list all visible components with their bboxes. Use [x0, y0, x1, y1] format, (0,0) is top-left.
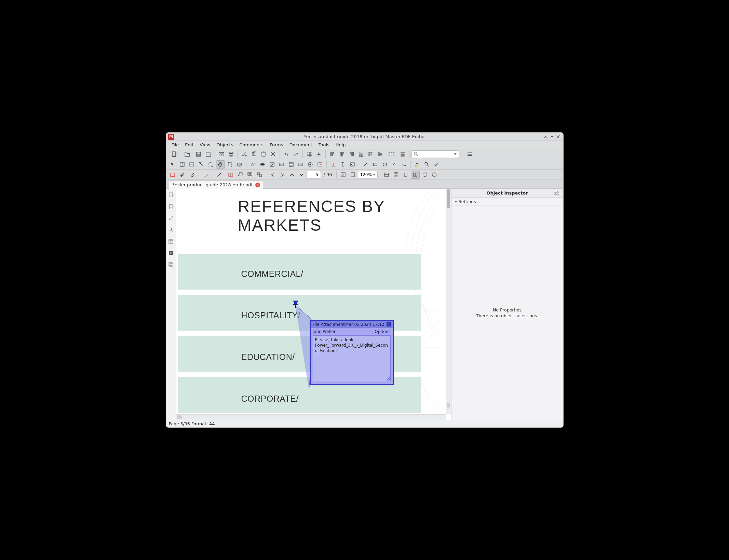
page-input[interactable]: 5 [307, 171, 321, 178]
annotation-options-link[interactable]: Options [375, 329, 390, 334]
combobox-tool[interactable] [296, 160, 305, 169]
signatures-panel-icon[interactable] [167, 250, 174, 256]
resize-handle-icon[interactable] [387, 377, 390, 381]
signature-tool[interactable] [315, 160, 324, 169]
close-icon[interactable] [555, 134, 561, 140]
annotation-popup-header[interactable]: File Attachment Mar 05 2024 17:12 [311, 321, 393, 328]
text-tool[interactable] [329, 160, 338, 169]
align-center-v-button[interactable] [376, 150, 384, 158]
pages-panel-icon[interactable] [167, 191, 174, 198]
menu-help[interactable]: Help [333, 142, 349, 148]
magnify-tool[interactable] [422, 160, 431, 169]
annotation-popup[interactable]: File Attachment Mar 05 2024 17:12 John W… [310, 320, 394, 385]
link-tool[interactable] [248, 160, 257, 169]
scroll-down-icon[interactable] [447, 403, 450, 408]
align-right-button[interactable] [347, 150, 356, 158]
open-doc-button[interactable] [181, 150, 193, 158]
rect-tool[interactable] [371, 160, 380, 169]
save-button[interactable] [194, 150, 203, 158]
first-page-button[interactable] [268, 171, 277, 179]
ink-tool[interactable] [200, 171, 213, 179]
highlighter-tool[interactable] [187, 171, 200, 179]
rotate-cw-button[interactable] [430, 171, 439, 179]
menu-file[interactable]: File [169, 142, 182, 148]
line-tool[interactable] [361, 160, 370, 169]
edit-text-tool[interactable] [178, 160, 187, 169]
check-tool[interactable] [432, 160, 441, 169]
note-tool[interactable] [168, 171, 177, 179]
vertical-scrollbar[interactable] [446, 189, 451, 414]
edit-vector-tool[interactable] [197, 160, 206, 169]
document-tab[interactable]: *ecler-product-guide-2018-en-hr.pdf × [169, 181, 264, 189]
menu-objects[interactable]: Objects [214, 142, 236, 148]
inspector-section-settings[interactable]: Settings [451, 198, 563, 206]
fit-width-button[interactable] [382, 171, 391, 179]
menu-view[interactable]: View [197, 142, 213, 148]
insert-image-tool[interactable] [348, 160, 357, 169]
scroll-thumb[interactable] [447, 189, 450, 208]
paste-button[interactable] [259, 150, 268, 158]
textfield-tool[interactable] [277, 160, 286, 169]
align-bottom-button[interactable] [356, 150, 365, 158]
menu-button[interactable] [463, 150, 476, 158]
attachment-tool[interactable] [178, 171, 187, 179]
grid-button[interactable] [305, 150, 314, 158]
layers-panel-icon[interactable] [167, 261, 174, 268]
minimize-icon[interactable] [543, 134, 549, 140]
redo-button[interactable] [292, 150, 300, 158]
hand-tool[interactable] [216, 160, 225, 169]
menu-forms[interactable]: Forms [267, 142, 286, 148]
annotation-body[interactable]: Please, take a look: Power_Forward_3.0_-… [313, 335, 391, 381]
insert-text-tool[interactable] [338, 160, 347, 169]
align-center-h-button[interactable] [337, 150, 346, 158]
bookmarks-panel-icon[interactable] [167, 203, 174, 210]
scroll-thumb-h[interactable] [177, 415, 182, 419]
fit-visible-button[interactable] [401, 171, 410, 179]
stamp-tool[interactable] [245, 171, 254, 179]
edit-forms-tool[interactable] [187, 160, 196, 169]
menu-comments[interactable]: Comments [237, 142, 266, 148]
highlight-tool[interactable] [413, 160, 422, 169]
cut-button[interactable] [240, 150, 249, 158]
fit-page-button[interactable] [348, 171, 357, 179]
prev-view-button[interactable] [287, 171, 296, 179]
document-viewport[interactable]: REFERENCES BY MARKETS COMMERCIAL/ HOSPIT… [176, 189, 451, 420]
horizontal-scrollbar[interactable] [176, 414, 446, 420]
textbox-tool[interactable] [226, 171, 235, 179]
copy-button[interactable] [249, 150, 258, 158]
next-page-button[interactable] [278, 171, 287, 179]
rotate-ccw-button[interactable] [420, 171, 429, 179]
select-tool[interactable] [168, 160, 177, 169]
zoom-actual-button[interactable] [339, 171, 348, 179]
next-view-button[interactable] [297, 171, 306, 179]
align-left-button[interactable] [328, 150, 337, 158]
menu-document[interactable]: Document [286, 142, 315, 148]
new-doc-button[interactable] [168, 150, 180, 158]
distribute-button[interactable] [385, 150, 397, 158]
save-as-button[interactable] [204, 150, 213, 158]
annotation-close-icon[interactable] [387, 322, 391, 326]
undo-button[interactable] [282, 150, 291, 158]
search-panel-icon[interactable] [167, 226, 174, 233]
arrow-tool[interactable] [213, 171, 226, 179]
single-page-button[interactable] [411, 171, 420, 179]
pencil-tool[interactable] [390, 160, 399, 169]
ellipse-tool[interactable] [380, 160, 389, 169]
snap-button[interactable] [314, 150, 323, 158]
checkbox-tool[interactable] [268, 160, 276, 169]
attachment-pin-icon[interactable] [292, 300, 299, 308]
button-tool[interactable] [258, 160, 267, 169]
maximize-icon[interactable] [549, 134, 555, 140]
fit-full-button[interactable] [392, 171, 401, 179]
curve-tool[interactable] [400, 160, 408, 169]
align-top-button[interactable] [366, 150, 375, 158]
select-text-tool[interactable] [206, 160, 215, 169]
snapshot-tool[interactable] [235, 160, 244, 169]
tab-close-icon[interactable]: × [255, 183, 260, 187]
radio-tool[interactable] [306, 160, 315, 169]
listbox-tool[interactable] [287, 160, 296, 169]
attachments-panel-icon[interactable] [167, 215, 174, 222]
print-button[interactable] [227, 150, 235, 158]
crop-tool[interactable] [226, 160, 234, 169]
email-button[interactable] [217, 150, 226, 158]
